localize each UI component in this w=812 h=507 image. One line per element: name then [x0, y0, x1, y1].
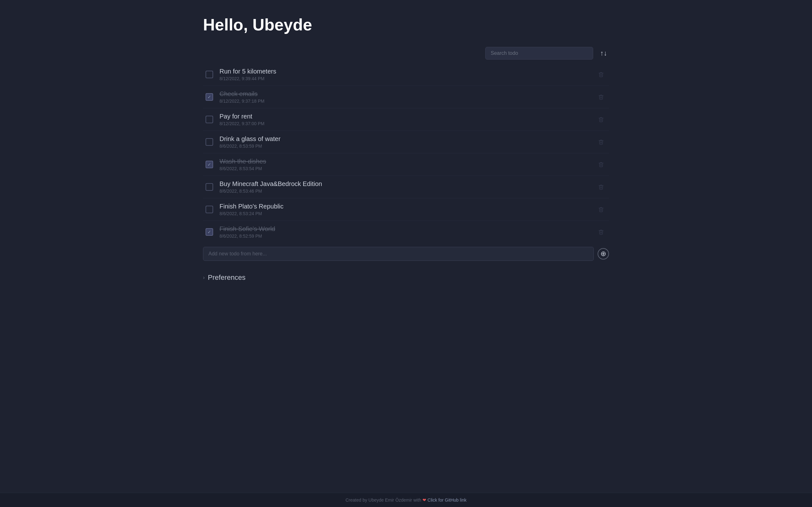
todo-date: 8/12/2022, 9:37:00 PM — [219, 121, 589, 126]
todo-text-area: Pay for rent8/12/2022, 9:37:00 PM — [219, 113, 589, 126]
todo-title: Run for 5 kilometers — [219, 68, 589, 75]
todo-checkbox[interactable]: ✓ — [206, 93, 213, 101]
todo-date: 8/6/2022, 8:53:54 PM — [219, 166, 589, 171]
search-input[interactable] — [485, 47, 593, 60]
todo-checkbox[interactable] — [206, 71, 213, 78]
footer-text: Created by Ubeyde Emir Özdemir with ❤ Cl… — [345, 498, 467, 503]
add-todo-input[interactable] — [203, 247, 594, 261]
todo-date: 8/12/2022, 9:39:44 PM — [219, 76, 589, 81]
preferences-label: Preferences — [208, 274, 246, 282]
delete-button[interactable] — [596, 70, 606, 79]
todo-date: 8/6/2022, 8:53:59 PM — [219, 144, 589, 149]
todo-item: ✓Finish Sofie's World8/6/2022, 8:52:59 P… — [203, 221, 609, 243]
todo-checkbox[interactable] — [206, 206, 213, 213]
delete-button[interactable] — [596, 205, 606, 214]
todo-item: ✓Wash the dishes8/6/2022, 8:53:54 PM — [203, 153, 609, 176]
add-todo-button[interactable]: ⊕ — [598, 248, 609, 260]
todo-text-area: Wash the dishes8/6/2022, 8:53:54 PM — [219, 158, 589, 171]
delete-button[interactable] — [596, 160, 606, 169]
todo-checkbox[interactable] — [206, 138, 213, 146]
sort-button[interactable]: ↑↓ — [598, 47, 609, 59]
delete-button[interactable] — [596, 137, 606, 147]
todo-item: Finish Plato's Republic8/6/2022, 8:53:24… — [203, 199, 609, 221]
todo-checkbox[interactable] — [206, 116, 213, 123]
todo-item: Buy Minecraft Java&Bedrock Edition8/6/20… — [203, 176, 609, 199]
todo-text-area: Drink a glass of water8/6/2022, 8:53:59 … — [219, 135, 589, 149]
todo-checkbox[interactable] — [206, 183, 213, 191]
todo-date: 8/6/2022, 8:52:59 PM — [219, 233, 589, 239]
delete-button[interactable] — [596, 115, 606, 124]
todo-title: Finish Plato's Republic — [219, 203, 589, 210]
todo-list: Run for 5 kilometers8/12/2022, 9:39:44 P… — [203, 63, 609, 243]
todo-text-area: Finish Plato's Republic8/6/2022, 8:53:24… — [219, 203, 589, 216]
todo-item: Drink a glass of water8/6/2022, 8:53:59 … — [203, 131, 609, 153]
todo-item: Run for 5 kilometers8/12/2022, 9:39:44 P… — [203, 63, 609, 86]
footer: Created by Ubeyde Emir Özdemir with ❤ Cl… — [0, 493, 812, 507]
delete-button[interactable] — [596, 182, 606, 192]
todo-title: Wash the dishes — [219, 158, 589, 165]
todo-item: ✓Check emails8/12/2022, 9:37:18 PM — [203, 86, 609, 108]
page-greeting: Hello, Ubeyde — [203, 15, 609, 34]
chevron-right-icon: › — [203, 275, 205, 280]
todo-title: Finish Sofie's World — [219, 225, 589, 233]
todo-text-area: Buy Minecraft Java&Bedrock Edition8/6/20… — [219, 180, 589, 193]
todo-text-area: Run for 5 kilometers8/12/2022, 9:39:44 P… — [219, 68, 589, 81]
todo-text-area: Check emails8/12/2022, 9:37:18 PM — [219, 90, 589, 104]
todo-text-area: Finish Sofie's World8/6/2022, 8:52:59 PM — [219, 225, 589, 239]
todo-date: 8/6/2022, 8:53:46 PM — [219, 188, 589, 193]
todo-date: 8/6/2022, 8:53:24 PM — [219, 211, 589, 216]
delete-button[interactable] — [596, 227, 606, 237]
delete-button[interactable] — [596, 92, 606, 102]
todo-title: Buy Minecraft Java&Bedrock Edition — [219, 180, 589, 187]
todo-checkbox[interactable]: ✓ — [206, 228, 213, 236]
todo-title: Pay for rent — [219, 113, 589, 120]
todo-item: Pay for rent8/12/2022, 9:37:00 PM — [203, 108, 609, 131]
add-todo-row: ⊕ — [203, 244, 609, 263]
todo-date: 8/12/2022, 9:37:18 PM — [219, 99, 589, 104]
github-link[interactable]: Click for GitHub link — [427, 498, 467, 503]
toolbar: ↑↓ — [203, 47, 609, 60]
todo-title: Drink a glass of water — [219, 135, 589, 143]
heart-icon: ❤ — [422, 498, 427, 503]
todo-checkbox[interactable]: ✓ — [206, 161, 213, 168]
preferences-section[interactable]: › Preferences — [203, 274, 609, 282]
todo-title: Check emails — [219, 90, 589, 98]
